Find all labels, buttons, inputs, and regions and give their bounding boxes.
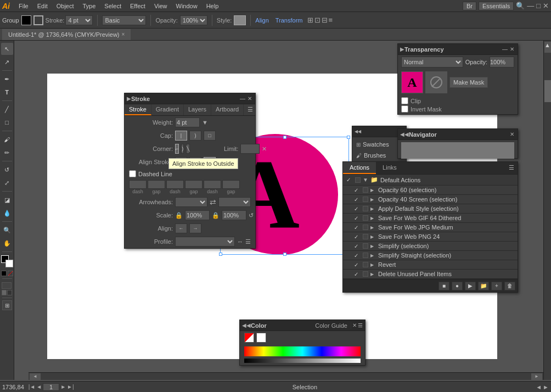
actions-menu-btn[interactable]: ☰ [505, 162, 518, 174]
menu-effect[interactable]: Effect [126, 2, 150, 10]
opacity-select[interactable]: 100% [180, 15, 207, 25]
align-icon-3[interactable]: ⊟ [322, 16, 328, 24]
stroke-color-swatch[interactable] [33, 15, 43, 25]
profile-options-icon[interactable]: ☰ [245, 238, 251, 245]
search-icon[interactable]: 🔍 [516, 2, 525, 10]
actions-tab-links[interactable]: Links [376, 162, 403, 174]
stroke-panel-collapse[interactable]: — [239, 96, 246, 102]
action-item-7[interactable]: ✓ ▶ Simplify (selection) [343, 242, 518, 251]
gradient-color[interactable] [8, 271, 13, 276]
scroll-right-btn[interactable]: ► [531, 373, 542, 380]
zoom-tool[interactable]: 🔍 [1, 224, 13, 236]
align-button[interactable]: Align [255, 17, 268, 24]
text-tool[interactable]: T [1, 86, 13, 98]
nav-next-btn[interactable]: ► [60, 384, 66, 390]
scale-input-1[interactable] [185, 210, 210, 220]
limit-input[interactable] [240, 144, 260, 154]
rotate-tool[interactable]: ↺ [1, 164, 13, 176]
style-swatch[interactable] [234, 15, 246, 25]
nav-first-btn[interactable]: |◄ [29, 384, 36, 390]
color-none-swatch[interactable] [244, 333, 254, 343]
menu-type[interactable]: Type [78, 2, 100, 10]
action-play-btn[interactable]: ▶ [465, 282, 476, 290]
gradient-tool[interactable]: ◪ [1, 194, 13, 206]
arrowhead-swap-icon[interactable]: ⇄ [210, 198, 216, 206]
action-new-set-btn[interactable]: 📁 [478, 282, 489, 290]
selection-tool[interactable]: ↖ [1, 43, 13, 55]
tab-stroke[interactable]: Stroke [125, 104, 151, 115]
status-btn-2[interactable]: ► [543, 384, 549, 390]
tab-gradient[interactable]: Gradient [151, 104, 184, 115]
swatches-menu-item-1[interactable]: ⊞ Swatches [355, 139, 404, 149]
corner-bevel[interactable]: ╲ [186, 144, 190, 154]
make-mask-btn[interactable]: Make Mask [449, 77, 488, 88]
action-item-6[interactable]: ✓ ▶ Save For Web PNG 24 [343, 232, 518, 242]
essentials-dropdown[interactable]: Essentials [479, 2, 514, 10]
artboard-tool[interactable]: ⊞ [2, 300, 12, 310]
line-tool[interactable]: ╱ [1, 103, 13, 115]
action-delete-btn[interactable]: 🗑 [504, 282, 515, 290]
rect-tool[interactable]: □ [1, 116, 13, 128]
action-item-10[interactable]: ✓ ▶ Delete Unused Panel Items [343, 270, 518, 279]
color-lightness-bar[interactable] [244, 359, 361, 363]
dashed-line-checkbox[interactable] [129, 170, 136, 177]
menu-window[interactable]: Window [172, 2, 202, 10]
profile-select[interactable] [175, 237, 235, 247]
scroll-left-btn[interactable]: ◄ [30, 373, 41, 380]
swatches-expand-btn[interactable]: ◀◀ [355, 129, 361, 134]
actions-tab-actions[interactable]: Actions [343, 162, 376, 174]
status-page-input[interactable] [43, 383, 59, 391]
action-item-2[interactable]: ✓ ▶ Opacity 40 Screen (selection) [343, 195, 518, 204]
navigator-panel-header[interactable]: ◀◀ Navigator ✕ [398, 129, 518, 140]
transform-button[interactable]: Transform [276, 17, 303, 24]
maximize-btn[interactable]: □ [534, 2, 543, 10]
color-panel-close-btn[interactable]: ✕ [351, 322, 358, 328]
invert-mask-checkbox[interactable] [401, 105, 408, 113]
action-item-1[interactable]: ✓ ▶ Opacity 60 (selection) [343, 186, 518, 195]
scale-input-2[interactable] [222, 210, 246, 220]
scroll-up-btn[interactable]: ▲ [544, 42, 551, 53]
canvas-area[interactable]: A ▶ Stroke — ✕ Stroke Gradient Layers [14, 41, 551, 380]
pencil-tool[interactable]: ✏ [1, 147, 13, 159]
action-item-8[interactable]: ✓ ▶ Simplify Straight (selection) [343, 251, 518, 260]
cap-butt[interactable]: | [175, 131, 187, 141]
gap-input-1[interactable] [148, 180, 165, 189]
document-tab[interactable]: Untitled-1* @ 1736,64% (CMYK/Preview) × [2, 29, 131, 40]
scroll-thumb[interactable] [544, 80, 551, 102]
dash-input-1[interactable] [129, 180, 147, 189]
corner-round[interactable]: ) [181, 144, 184, 154]
action-item-5[interactable]: ✓ ▶ Save For Web JPG Medium [343, 223, 518, 232]
scale-tool[interactable]: ⤢ [1, 177, 13, 189]
action-item-4[interactable]: ✓ ▶ Save For Web GIF 64 Dithered [343, 214, 518, 223]
default-actions-group[interactable]: ✓ ▼ 📁 Default Actions [343, 175, 518, 186]
align-icon-1[interactable]: ⊞ [307, 16, 313, 24]
tab-layers[interactable]: Layers [184, 104, 211, 115]
weight-down-btn[interactable]: ▼ [202, 119, 208, 126]
align-right-btn[interactable]: → [189, 223, 201, 233]
tab-close-btn[interactable]: × [122, 31, 125, 37]
view-mode-2[interactable] [2, 290, 7, 295]
gap-input-2[interactable] [185, 180, 203, 189]
right-scrollbar[interactable]: ▲ [543, 41, 551, 380]
color-panel-menu-btn[interactable]: ☰ [358, 322, 363, 328]
group-collapse-icon[interactable]: ▼ [363, 177, 368, 183]
align-icon-2[interactable]: ⊡ [314, 16, 321, 24]
fill-color-swatch[interactable] [21, 15, 31, 25]
blend-mode-select[interactable]: Basic [102, 15, 146, 25]
menu-view[interactable]: View [150, 2, 172, 10]
transparency-collapse-btn[interactable]: — [501, 46, 509, 52]
scale-lock-icon[interactable]: 🔒 [175, 212, 183, 219]
dash-input-3[interactable] [204, 180, 221, 189]
align-left-btn[interactable]: ← [175, 223, 187, 233]
action-item-9[interactable]: ✓ ▶ Revert [343, 260, 518, 270]
align-icon-4[interactable]: ≡ [329, 16, 333, 24]
stroke-panel-header[interactable]: ▶ Stroke — ✕ [125, 93, 255, 104]
panel-menu-btn[interactable]: ☰ [245, 104, 255, 115]
transparency-close-btn[interactable]: ✕ [509, 46, 515, 52]
hand-tool[interactable]: ✋ [1, 237, 13, 249]
navigator-close-btn[interactable]: ✕ [509, 131, 515, 137]
arrowhead-start-select[interactable] [175, 197, 207, 207]
color-guide-tab[interactable]: Color Guide [312, 322, 351, 329]
cap-square[interactable]: □ [204, 131, 216, 141]
dash-input-2[interactable] [166, 180, 184, 189]
